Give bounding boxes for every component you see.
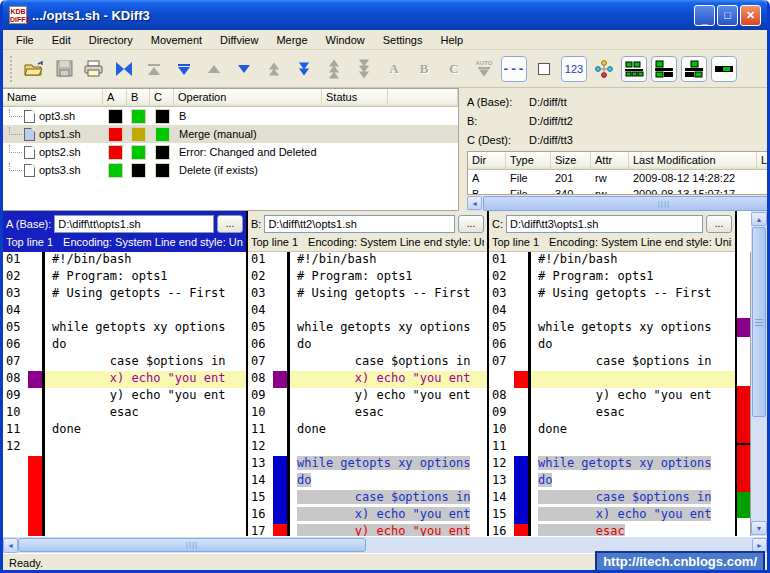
code-line[interactable]: 10 esac — [248, 405, 487, 422]
menu-directory[interactable]: Directory — [80, 32, 142, 48]
code-line[interactable]: 08 x) echo "you ent — [248, 371, 487, 388]
code-line[interactable]: 13while getopts xy options — [248, 456, 487, 473]
code-line[interactable]: 07 case $options in — [248, 354, 487, 371]
code-line[interactable]: 10done — [489, 422, 735, 439]
menu-window[interactable]: Window — [317, 32, 374, 48]
code-line[interactable]: 16 x) echo "you ent — [248, 507, 487, 524]
details-header-size[interactable]: Size — [551, 152, 591, 170]
auto-advance-icon[interactable]: AUTO — [471, 56, 497, 82]
next-delta-icon[interactable] — [231, 56, 257, 82]
reload-icon[interactable] — [111, 56, 137, 82]
wordwrap-icon[interactable] — [591, 56, 617, 82]
select-c-icon[interactable]: C — [441, 56, 467, 82]
pane-b-path-input[interactable] — [264, 215, 455, 233]
code-line[interactable]: 09 y) echo "you ent — [3, 388, 246, 405]
code-line[interactable] — [3, 507, 246, 524]
file-row[interactable]: opts1.shMerge (manual) — [3, 125, 458, 143]
file-list-header-status[interactable]: Status — [322, 89, 388, 107]
code-line[interactable]: 02# Program: opts1 — [248, 269, 487, 286]
code-line[interactable]: 05while getopts xy options — [489, 320, 735, 337]
show-whitespace-chars-icon[interactable] — [531, 56, 557, 82]
pane-a-code[interactable]: 01#!/bin/bash02# Program: opts103# Using… — [3, 252, 246, 536]
code-line[interactable]: 01#!/bin/bash — [489, 252, 735, 269]
pane-b-code[interactable]: 01#!/bin/bash02# Program: opts103# Using… — [248, 252, 487, 536]
code-line[interactable]: 05while getopts xy options — [3, 320, 246, 337]
code-line[interactable]: 09 y) echo "you ent — [248, 388, 487, 405]
code-line[interactable] — [3, 490, 246, 507]
code-line[interactable]: 15 case $options in — [248, 490, 487, 507]
scroll-left-icon[interactable]: ◄ — [467, 196, 482, 210]
code-line[interactable]: 16 esac — [489, 524, 735, 536]
code-line[interactable] — [3, 473, 246, 490]
table-row[interactable]: AFile201rw2009-08-12 14:28:22 — [468, 170, 770, 186]
code-line[interactable]: 02# Program: opts1 — [3, 269, 246, 286]
table-row[interactable]: BFile340rw2009-08-13 15:07:17 — [468, 186, 770, 194]
split-layout-3-icon[interactable] — [681, 56, 707, 82]
diff-vertical-scrollbar[interactable]: ▲ ▼ — [751, 211, 767, 536]
code-line[interactable]: 06do — [489, 337, 735, 354]
code-line[interactable]: 03# Using getopts -- First — [248, 286, 487, 303]
code-line[interactable]: 08 y) echo "you ent — [489, 388, 735, 405]
details-header-type[interactable]: Type — [506, 152, 551, 170]
code-line[interactable]: 11done — [248, 422, 487, 439]
prev-conflict-icon[interactable] — [261, 56, 287, 82]
menu-file[interactable]: File — [7, 32, 43, 48]
next-unsolved-conflict-icon[interactable] — [351, 56, 377, 82]
details-header-dir[interactable]: Dir — [468, 152, 506, 170]
code-line[interactable] — [3, 456, 246, 473]
code-line[interactable]: 04 — [3, 303, 246, 320]
code-line[interactable]: 12 — [248, 439, 487, 456]
save-icon[interactable] — [51, 56, 77, 82]
code-line[interactable]: 01#!/bin/bash — [3, 252, 246, 269]
close-button[interactable]: ✕ — [740, 5, 761, 26]
pane-c-browse-button[interactable]: ... — [706, 215, 732, 233]
scroll-down-icon[interactable]: ▼ — [751, 521, 767, 535]
scroll-thumb[interactable] — [752, 227, 766, 417]
split-layout-2-icon[interactable] — [651, 56, 677, 82]
prev-delta-icon[interactable] — [201, 56, 227, 82]
code-line[interactable]: 07 case $options in — [3, 354, 246, 371]
code-line[interactable]: 07 case $options in — [489, 354, 735, 371]
pane-a-path-input[interactable] — [54, 215, 214, 233]
pane-c-code[interactable]: 01#!/bin/bash02# Program: opts103# Using… — [489, 252, 735, 536]
code-line[interactable]: 15 x) echo "you ent — [489, 507, 735, 524]
code-line[interactable]: 14do — [248, 473, 487, 490]
code-line[interactable]: 06do — [3, 337, 246, 354]
pane-b-browse-button[interactable]: ... — [458, 215, 484, 233]
details-header-attr[interactable]: Attr — [591, 152, 629, 170]
code-line[interactable]: 10 esac — [3, 405, 246, 422]
maximize-button[interactable]: □ — [717, 5, 738, 26]
current-delta-icon[interactable] — [171, 56, 197, 82]
pane-c-path-input[interactable] — [506, 215, 703, 233]
print-icon[interactable] — [81, 56, 107, 82]
details-horizontal-scrollbar[interactable]: ◄ |||| ► — [467, 196, 770, 211]
select-b-icon[interactable]: B — [411, 56, 437, 82]
file-list-header-name[interactable]: Name — [3, 89, 103, 107]
pane-a-browse-button[interactable]: ... — [217, 215, 243, 233]
details-header-link-destination[interactable]: Link-Destination — [757, 152, 770, 170]
toolbar-grip[interactable] — [10, 56, 14, 82]
code-line[interactable]: 17 y) echo "you ent — [248, 524, 487, 536]
show-line-numbers-icon[interactable]: 123 — [561, 56, 587, 82]
code-line[interactable]: 11 — [489, 439, 735, 456]
first-delta-icon[interactable] — [141, 56, 167, 82]
code-line[interactable]: 03# Using getopts -- First — [3, 286, 246, 303]
menu-merge[interactable]: Merge — [267, 32, 316, 48]
file-row[interactable]: opts3.shDelete (if exists) — [3, 161, 458, 179]
code-line[interactable]: 04 — [248, 303, 487, 320]
open-icon[interactable] — [21, 56, 47, 82]
split-layout-1-icon[interactable] — [621, 56, 647, 82]
split-layout-4-icon[interactable] — [711, 56, 737, 82]
details-header-last-modification[interactable]: Last Modification — [629, 152, 757, 170]
code-line[interactable]: 14 case $options in — [489, 490, 735, 507]
show-whitespace-icon[interactable]: --- — [501, 56, 527, 82]
scroll-up-icon[interactable]: ▲ — [751, 212, 767, 226]
code-line[interactable]: 04 — [489, 303, 735, 320]
code-line[interactable]: 13do — [489, 473, 735, 490]
menu-diffview[interactable]: Diffview — [211, 32, 267, 48]
code-line[interactable]: 06do — [248, 337, 487, 354]
file-list-header-c[interactable]: C — [150, 89, 174, 107]
code-line[interactable]: 01#!/bin/bash — [248, 252, 487, 269]
scroll-thumb[interactable]: |||| — [483, 196, 770, 211]
file-row[interactable]: opts2.shError: Changed and Deleted — [3, 143, 458, 161]
